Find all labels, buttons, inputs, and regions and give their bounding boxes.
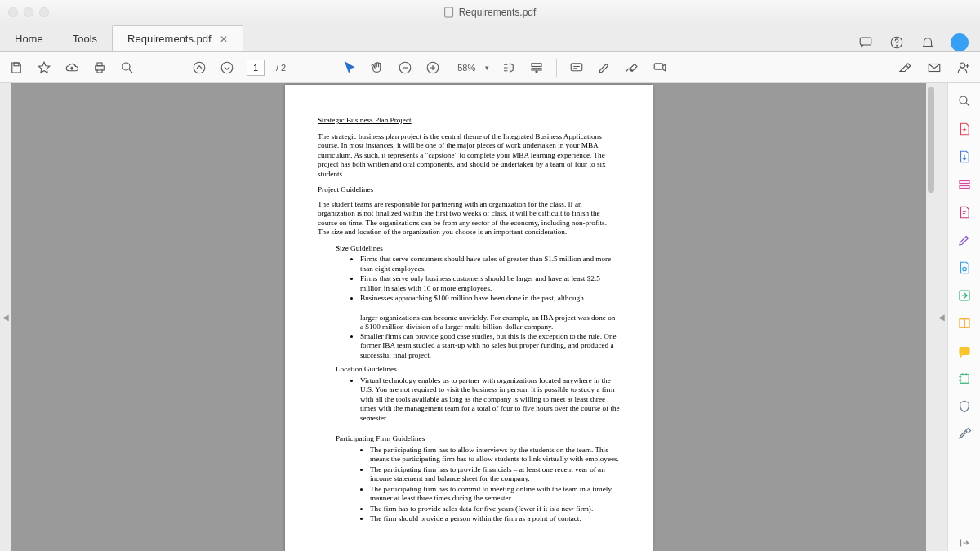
next-page-arrow[interactable]: ◀ [936, 83, 947, 551]
list-item: Virtual technology enables us to partner… [360, 376, 620, 424]
window-controls [8, 7, 49, 17]
svg-rect-7 [97, 69, 102, 73]
zoom-out-icon[interactable] [397, 60, 413, 76]
send-sign-icon[interactable] [956, 287, 973, 304]
vertical-scrollbar[interactable] [926, 83, 936, 551]
doc-size-cont: larger organizations can become unwieldy… [360, 313, 620, 332]
chat-icon[interactable] [858, 34, 874, 51]
zoom-in-icon[interactable] [425, 60, 441, 76]
scroll-thumb[interactable] [928, 87, 934, 193]
export-pdf-icon[interactable] [956, 149, 973, 165]
redact-icon[interactable] [956, 371, 973, 387]
erase-icon[interactable] [897, 60, 913, 76]
svg-rect-15 [572, 63, 583, 70]
help-icon[interactable] [889, 34, 905, 51]
pdf-file-icon [444, 7, 454, 18]
document-viewport[interactable]: Strategic Business Plan Project The stra… [11, 83, 926, 551]
doc-p-guidelines: The student teams are responsible for pa… [318, 200, 620, 238]
doc-title: Strategic Business Plan Project [318, 116, 620, 126]
svg-rect-21 [960, 186, 969, 189]
print-icon[interactable] [91, 60, 108, 76]
zoom-dropdown-icon[interactable]: ▾ [485, 64, 489, 72]
tab-bar: Home Tools Requirements.pdf ✕ [0, 24, 980, 52]
svg-rect-14 [532, 68, 541, 69]
scroll-mode-icon[interactable] [528, 60, 545, 76]
edit-pdf-icon[interactable] [956, 176, 973, 193]
fit-width-icon[interactable] [501, 60, 517, 76]
main-toolbar: / 2 58% ▾ [0, 52, 980, 83]
list-item: Firms that serve only business customers… [360, 274, 620, 293]
list-item: The participating firm has to commit to … [370, 485, 620, 504]
email-icon[interactable] [926, 60, 942, 76]
user-avatar[interactable] [951, 33, 969, 51]
list-item: The firm should provide a person within … [370, 514, 620, 524]
list-item: Firms that serve consumers should have s… [360, 255, 620, 273]
save-icon[interactable] [8, 60, 24, 76]
doc-h-location: Location Guidelines [336, 365, 620, 375]
svg-rect-27 [960, 375, 969, 384]
svg-point-10 [221, 62, 233, 73]
more-tools-icon[interactable] [956, 426, 973, 442]
svg-point-18 [960, 63, 965, 68]
star-icon[interactable] [36, 60, 52, 76]
create-pdf-icon[interactable] [956, 121, 973, 137]
zoom-level-label: 58% [452, 61, 480, 74]
page-up-icon[interactable] [191, 60, 207, 76]
doc-intro: The strategic business plan project is t… [318, 132, 620, 180]
tab-tools[interactable]: Tools [58, 26, 112, 51]
svg-rect-13 [532, 63, 541, 66]
page-total-label: / 2 [276, 63, 286, 73]
highlight-pen-icon[interactable] [596, 60, 612, 76]
pdf-page: Strategic Business Plan Project The stra… [285, 85, 653, 551]
document-area: ◀ Strategic Business Plan Project The st… [0, 83, 980, 551]
page-down-icon[interactable] [219, 60, 235, 76]
svg-point-22 [962, 267, 966, 271]
svg-rect-25 [964, 319, 969, 328]
list-item: Smaller firms can provide good case stud… [360, 332, 620, 361]
tab-home[interactable]: Home [0, 26, 58, 51]
minimize-window-icon[interactable] [24, 7, 33, 17]
list-item: The participating firm has to allow inte… [370, 446, 620, 464]
doc-list-size: Firms that serve consumers should have s… [360, 255, 620, 304]
svg-rect-16 [655, 63, 664, 69]
doc-list-participating: The participating firm has to allow inte… [370, 446, 620, 524]
stamp-icon[interactable] [652, 60, 668, 76]
list-item: The participating firm has to provide fi… [370, 465, 620, 484]
window-title: Requirements.pdf [444, 7, 537, 18]
comment-tool-icon[interactable] [956, 204, 973, 220]
prev-page-arrow[interactable]: ◀ [0, 83, 11, 551]
close-window-icon[interactable] [8, 7, 18, 17]
svg-point-8 [122, 63, 130, 70]
search-tool-icon[interactable] [956, 93, 973, 109]
svg-rect-1 [860, 38, 871, 45]
svg-point-3 [897, 45, 898, 46]
tab-document-active[interactable]: Requirements.pdf ✕ [112, 25, 243, 51]
hand-pan-icon[interactable] [369, 60, 385, 76]
sticky-note-icon[interactable] [956, 343, 973, 359]
zoom-window-icon[interactable] [39, 7, 49, 17]
list-item: Businesses approaching $100 million have… [360, 294, 620, 304]
comment-icon[interactable] [568, 60, 585, 76]
cloud-upload-icon[interactable] [64, 60, 80, 76]
list-item: The firm has to provide sales data for f… [370, 504, 620, 514]
compare-icon[interactable] [956, 315, 973, 331]
signature-icon[interactable] [624, 60, 640, 76]
svg-rect-4 [14, 63, 19, 66]
svg-rect-5 [96, 65, 105, 69]
selection-arrow-icon[interactable] [341, 60, 358, 76]
tools-sidebar [947, 83, 980, 551]
protect-icon[interactable] [956, 398, 973, 415]
svg-point-19 [960, 96, 967, 104]
bell-icon[interactable] [920, 34, 936, 51]
page-number-input[interactable] [247, 60, 265, 76]
close-tab-icon[interactable]: ✕ [220, 33, 228, 45]
titlebar: Requirements.pdf [0, 0, 980, 24]
svg-rect-24 [960, 319, 964, 328]
search-icon[interactable] [119, 60, 136, 76]
expand-rail-icon[interactable] [956, 535, 973, 551]
share-person-icon[interactable] [956, 60, 972, 76]
svg-rect-26 [960, 348, 969, 355]
fill-sign-icon[interactable] [956, 232, 973, 248]
organize-pages-icon[interactable] [956, 260, 973, 276]
tab-document-label: Requirements.pdf [127, 33, 212, 45]
